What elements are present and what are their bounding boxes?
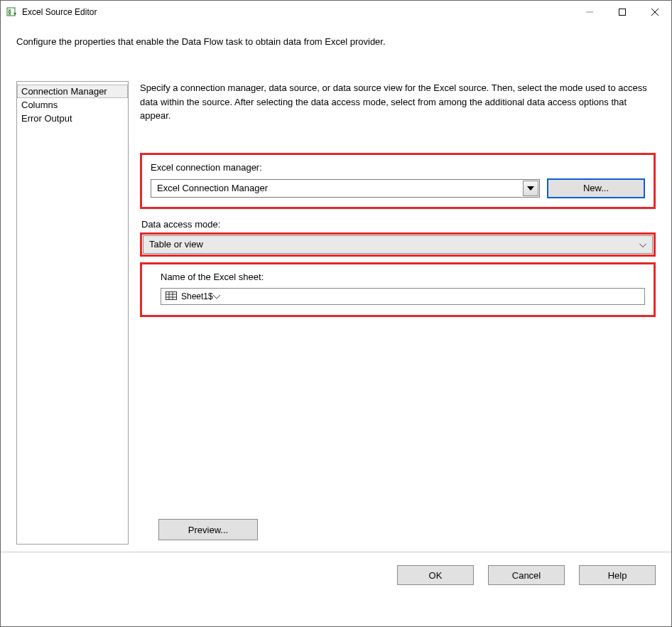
minimize-button[interactable] [573, 1, 606, 23]
sheet-name-value: Sheet1$ [181, 291, 213, 301]
preview-button[interactable]: Preview... [158, 519, 258, 540]
section-sidebar: Connection Manager Columns Error Output [16, 81, 129, 545]
help-button[interactable]: Help [579, 565, 656, 585]
sheet-name-label: Name of the Excel sheet: [161, 272, 645, 282]
chevron-down-icon [213, 291, 220, 301]
dialog-footer: OK Cancel Help [1, 552, 671, 598]
connection-manager-dropdown[interactable]: Excel Connection Manager [151, 179, 540, 198]
sheet-name-dropdown[interactable]: Sheet1$ [161, 288, 645, 305]
connection-manager-label: Excel connection manager: [151, 162, 645, 173]
sidebar-item-error-output[interactable]: Error Output [17, 112, 128, 125]
ok-button[interactable]: OK [397, 565, 474, 585]
dropdown-button-icon [523, 181, 538, 196]
titlebar: Excel Source Editor [1, 1, 671, 23]
dialog-description: Configure the properties that enable the… [16, 36, 656, 47]
close-button[interactable] [639, 1, 671, 23]
cancel-button[interactable]: Cancel [488, 565, 565, 585]
sidebar-item-columns[interactable]: Columns [17, 98, 128, 112]
app-icon [6, 6, 18, 18]
window-title: Excel Source Editor [22, 7, 97, 17]
connection-manager-pane: Specify a connection manager, data sourc… [140, 81, 656, 545]
highlight-sheet-name: Name of the Excel sheet: Sheet1$ [140, 262, 656, 317]
sidebar-item-connection-manager[interactable]: Connection Manager [17, 85, 128, 98]
pane-instructions: Specify a connection manager, data sourc… [140, 81, 656, 123]
data-access-mode-dropdown[interactable]: Table or view [143, 235, 653, 254]
highlight-connection-manager: Excel connection manager: Excel Connecti… [140, 153, 656, 209]
svg-rect-6 [166, 291, 177, 299]
table-icon [166, 291, 177, 301]
chevron-down-icon [639, 239, 646, 250]
highlight-data-access-mode: Table or view [140, 232, 656, 257]
svg-marker-5 [527, 186, 534, 191]
data-access-mode-value: Table or view [149, 239, 203, 250]
new-connection-button[interactable]: New... [547, 178, 645, 198]
maximize-button[interactable] [606, 1, 639, 23]
connection-manager-value: Excel Connection Manager [151, 183, 522, 193]
data-access-mode-label: Data access mode: [141, 219, 656, 230]
svg-rect-2 [619, 9, 626, 16]
